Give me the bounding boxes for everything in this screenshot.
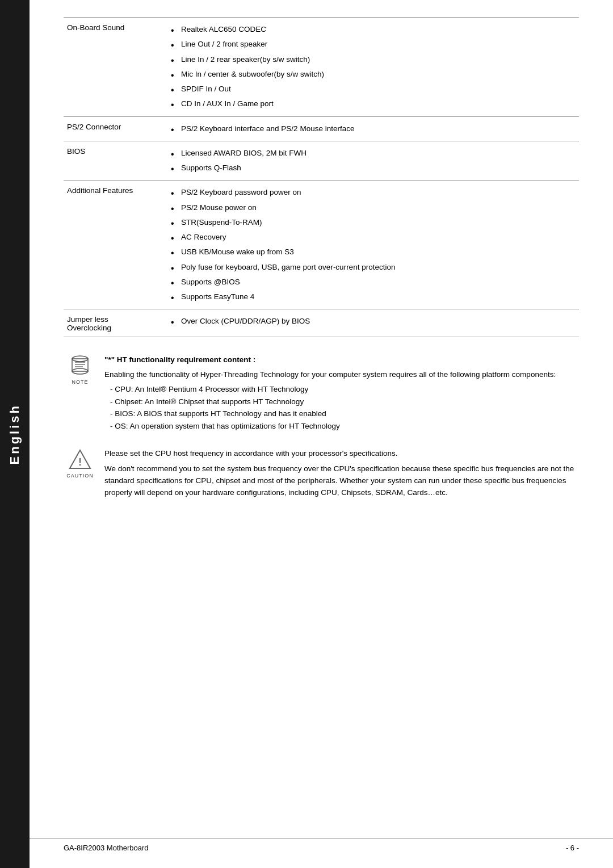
footer-right: - 6 - bbox=[566, 844, 579, 852]
spec-bullets: PS/2 Keyboard password power onPS/2 Mous… bbox=[163, 181, 579, 309]
note-icon bbox=[68, 354, 92, 378]
list-item: USB KB/Mouse wake up from S3 bbox=[169, 245, 576, 259]
list-item: Supports EasyTune 4 bbox=[169, 290, 576, 304]
list-item: PS/2 Keyboard interface and PS/2 Mouse i… bbox=[169, 121, 576, 136]
list-item: Over Clock (CPU/DDR/AGP) by BIOS bbox=[169, 314, 576, 329]
list-item: Poly fuse for keyboard, USB, game port o… bbox=[169, 260, 576, 275]
note-body: Enabling the functionality of Hyper-Thre… bbox=[104, 369, 579, 381]
note-title: "*" HT functionality requirement content… bbox=[104, 354, 579, 366]
list-item: Line Out / 2 front speaker bbox=[169, 37, 576, 52]
note-section: NOTE "*" HT functionality requirement co… bbox=[64, 354, 579, 432]
list-item: Licensed AWARD BIOS, 2M bit FWH bbox=[169, 146, 576, 161]
footer-left: GA-8IR2003 Motherboard bbox=[64, 844, 149, 852]
table-row: Jumper lessOverclockingOver Clock (CPU/D… bbox=[64, 309, 579, 337]
note-dash-item: - CPU: An Intel® Pentium 4 Processor wit… bbox=[104, 383, 579, 396]
note-dash-items: - CPU: An Intel® Pentium 4 Processor wit… bbox=[104, 383, 579, 432]
svg-text:!: ! bbox=[78, 456, 82, 468]
caution-label-text: CAUTION bbox=[66, 473, 94, 479]
list-item: PS/2 Keyboard password power on bbox=[169, 185, 576, 200]
caution-line: We don't recommend you to set the system… bbox=[104, 463, 579, 499]
spec-label: On-Board Sound bbox=[64, 18, 163, 117]
list-item: STR(Suspend-To-RAM) bbox=[169, 215, 576, 230]
spec-bullets: Over Clock (CPU/DDR/AGP) by BIOS bbox=[163, 309, 579, 337]
list-item: CD In / AUX In / Game port bbox=[169, 97, 576, 111]
specs-table: On-Board SoundRealtek ALC650 CODECLine O… bbox=[64, 17, 579, 337]
spec-bullets: Licensed AWARD BIOS, 2M bit FWHSupports … bbox=[163, 141, 579, 181]
note-icon-container: NOTE bbox=[64, 354, 96, 385]
table-row: Additional FeaturesPS/2 Keyboard passwor… bbox=[64, 181, 579, 309]
list-item: Line In / 2 rear speaker(by s/w switch) bbox=[169, 52, 576, 67]
spec-label: Jumper lessOverclocking bbox=[64, 309, 163, 337]
spec-bullets: Realtek ALC650 CODECLine Out / 2 front s… bbox=[163, 18, 579, 117]
footer: GA-8IR2003 Motherboard - 6 - bbox=[30, 838, 613, 857]
sidebar-label: English bbox=[7, 404, 22, 464]
note-dash-item: - Chipset: An Intel® Chipset that suppor… bbox=[104, 396, 579, 408]
list-item: Realtek ALC650 CODEC bbox=[169, 22, 576, 37]
list-item: Mic In / center & subwoofer(by s/w switc… bbox=[169, 67, 576, 82]
list-item: Supports Q-Flash bbox=[169, 161, 576, 175]
list-item: AC Recovery bbox=[169, 230, 576, 245]
sidebar-tab: English bbox=[0, 0, 30, 868]
table-row: BIOSLicensed AWARD BIOS, 2M bit FWHSuppo… bbox=[64, 141, 579, 181]
note-label-text: NOTE bbox=[72, 379, 88, 385]
caution-text-block: Please set the CPU host frequency in acc… bbox=[104, 448, 579, 499]
list-item: PS/2 Mouse power on bbox=[169, 200, 576, 215]
table-row: PS/2 ConnectorPS/2 Keyboard interface an… bbox=[64, 116, 579, 141]
main-content: On-Board SoundRealtek ALC650 CODECLine O… bbox=[30, 0, 613, 538]
spec-label: PS/2 Connector bbox=[64, 116, 163, 141]
spec-bullets: PS/2 Keyboard interface and PS/2 Mouse i… bbox=[163, 116, 579, 141]
caution-section: ! CAUTION Please set the CPU host freque… bbox=[64, 448, 579, 499]
caution-icon-container: ! CAUTION bbox=[64, 448, 96, 479]
list-item: Supports @BIOS bbox=[169, 275, 576, 290]
spec-label: Additional Features bbox=[64, 181, 163, 309]
caution-lines: Please set the CPU host frequency in acc… bbox=[104, 448, 579, 499]
caution-icon: ! bbox=[68, 448, 92, 472]
spec-label: BIOS bbox=[64, 141, 163, 181]
note-dash-item: - OS: An operation system that has optim… bbox=[104, 420, 579, 433]
note-text-block: "*" HT functionality requirement content… bbox=[104, 354, 579, 432]
table-row: On-Board SoundRealtek ALC650 CODECLine O… bbox=[64, 18, 579, 117]
note-dash-item: - BIOS: A BIOS that supports HT Technolo… bbox=[104, 408, 579, 420]
list-item: SPDIF In / Out bbox=[169, 82, 576, 97]
caution-line: Please set the CPU host frequency in acc… bbox=[104, 448, 579, 460]
